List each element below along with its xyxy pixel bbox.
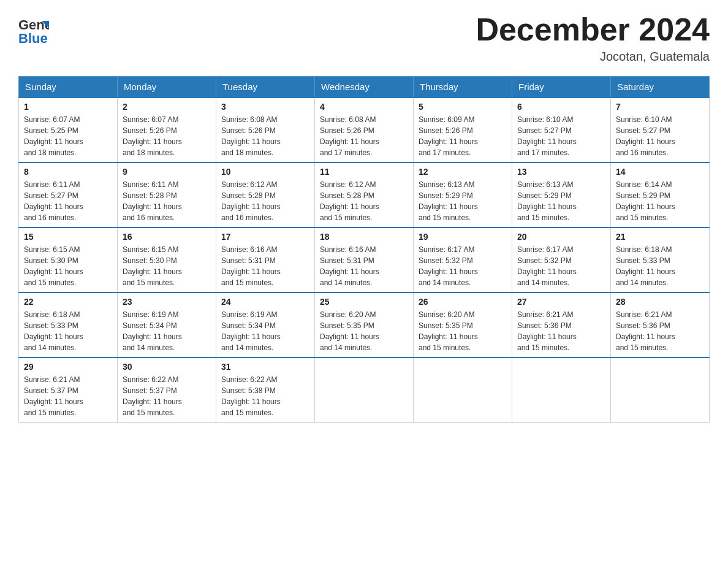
day-number: 12 (419, 167, 507, 177)
header-saturday: Saturday (611, 77, 710, 98)
table-row: 10Sunrise: 6:12 AMSunset: 5:28 PMDayligh… (216, 163, 315, 228)
day-info: Sunrise: 6:19 AMSunset: 5:34 PMDaylight:… (123, 309, 211, 353)
day-info: Sunrise: 6:12 AMSunset: 5:28 PMDaylight:… (320, 179, 408, 223)
day-number: 3 (221, 102, 309, 112)
week-row-1: 1Sunrise: 6:07 AMSunset: 5:25 PMDaylight… (19, 98, 710, 163)
day-info: Sunrise: 6:16 AMSunset: 5:31 PMDaylight:… (221, 244, 309, 288)
day-info: Sunrise: 6:09 AMSunset: 5:26 PMDaylight:… (419, 114, 507, 158)
day-number: 15 (24, 232, 112, 242)
day-number: 31 (221, 362, 309, 372)
header-monday: Monday (118, 77, 216, 98)
table-row: 3Sunrise: 6:08 AMSunset: 5:26 PMDaylight… (216, 98, 315, 163)
day-number: 25 (320, 297, 408, 307)
day-info: Sunrise: 6:21 AMSunset: 5:36 PMDaylight:… (616, 309, 704, 353)
day-number: 21 (616, 232, 704, 242)
week-row-5: 29Sunrise: 6:21 AMSunset: 5:37 PMDayligh… (19, 358, 710, 423)
day-info: Sunrise: 6:11 AMSunset: 5:28 PMDaylight:… (123, 179, 211, 223)
day-info: Sunrise: 6:11 AMSunset: 5:27 PMDaylight:… (24, 179, 112, 223)
table-row (315, 358, 414, 423)
table-row: 31Sunrise: 6:22 AMSunset: 5:38 PMDayligh… (216, 358, 315, 423)
day-info: Sunrise: 6:22 AMSunset: 5:38 PMDaylight:… (221, 374, 309, 418)
day-info: Sunrise: 6:21 AMSunset: 5:37 PMDaylight:… (24, 374, 112, 418)
table-row: 16Sunrise: 6:15 AMSunset: 5:30 PMDayligh… (118, 228, 216, 293)
day-info: Sunrise: 6:16 AMSunset: 5:31 PMDaylight:… (320, 244, 408, 288)
logo-icon: General Blue (18, 12, 49, 46)
day-info: Sunrise: 6:15 AMSunset: 5:30 PMDaylight:… (24, 244, 112, 288)
day-info: Sunrise: 6:10 AMSunset: 5:27 PMDaylight:… (517, 114, 605, 158)
header-thursday: Thursday (414, 77, 512, 98)
table-row: 21Sunrise: 6:18 AMSunset: 5:33 PMDayligh… (611, 228, 710, 293)
month-title: December 2024 (476, 12, 710, 47)
day-number: 30 (123, 362, 211, 372)
day-number: 17 (221, 232, 309, 242)
day-info: Sunrise: 6:07 AMSunset: 5:26 PMDaylight:… (123, 114, 211, 158)
table-row: 24Sunrise: 6:19 AMSunset: 5:34 PMDayligh… (216, 293, 315, 358)
table-row: 5Sunrise: 6:09 AMSunset: 5:26 PMDaylight… (414, 98, 512, 163)
day-number: 14 (616, 167, 704, 177)
day-number: 9 (123, 167, 211, 177)
day-number: 23 (123, 297, 211, 307)
day-number: 16 (123, 232, 211, 242)
table-row: 30Sunrise: 6:22 AMSunset: 5:37 PMDayligh… (118, 358, 216, 423)
calendar-table: Sunday Monday Tuesday Wednesday Thursday… (18, 76, 710, 423)
table-row: 18Sunrise: 6:16 AMSunset: 5:31 PMDayligh… (315, 228, 414, 293)
table-row (512, 358, 611, 423)
week-row-4: 22Sunrise: 6:18 AMSunset: 5:33 PMDayligh… (19, 293, 710, 358)
day-info: Sunrise: 6:13 AMSunset: 5:29 PMDaylight:… (419, 179, 507, 223)
header-wednesday: Wednesday (315, 77, 414, 98)
day-number: 26 (419, 297, 507, 307)
week-row-2: 8Sunrise: 6:11 AMSunset: 5:27 PMDaylight… (19, 163, 710, 228)
day-number: 19 (419, 232, 507, 242)
table-row: 1Sunrise: 6:07 AMSunset: 5:25 PMDaylight… (19, 98, 118, 163)
header-row: Sunday Monday Tuesday Wednesday Thursday… (19, 77, 710, 98)
day-number: 11 (320, 167, 408, 177)
day-info: Sunrise: 6:19 AMSunset: 5:34 PMDaylight:… (221, 309, 309, 353)
day-info: Sunrise: 6:08 AMSunset: 5:26 PMDaylight:… (221, 114, 309, 158)
table-row: 15Sunrise: 6:15 AMSunset: 5:30 PMDayligh… (19, 228, 118, 293)
day-number: 20 (517, 232, 605, 242)
table-row: 4Sunrise: 6:08 AMSunset: 5:26 PMDaylight… (315, 98, 414, 163)
day-number: 29 (24, 362, 112, 372)
table-row: 25Sunrise: 6:20 AMSunset: 5:35 PMDayligh… (315, 293, 414, 358)
table-row: 2Sunrise: 6:07 AMSunset: 5:26 PMDaylight… (118, 98, 216, 163)
day-info: Sunrise: 6:21 AMSunset: 5:36 PMDaylight:… (517, 309, 605, 353)
day-number: 6 (517, 102, 605, 112)
day-number: 24 (221, 297, 309, 307)
day-info: Sunrise: 6:20 AMSunset: 5:35 PMDaylight:… (320, 309, 408, 353)
table-row: 12Sunrise: 6:13 AMSunset: 5:29 PMDayligh… (414, 163, 512, 228)
day-info: Sunrise: 6:10 AMSunset: 5:27 PMDaylight:… (616, 114, 704, 158)
table-row: 6Sunrise: 6:10 AMSunset: 5:27 PMDaylight… (512, 98, 611, 163)
day-info: Sunrise: 6:15 AMSunset: 5:30 PMDaylight:… (123, 244, 211, 288)
day-number: 7 (616, 102, 704, 112)
table-row: 13Sunrise: 6:13 AMSunset: 5:29 PMDayligh… (512, 163, 611, 228)
header-friday: Friday (512, 77, 611, 98)
day-info: Sunrise: 6:18 AMSunset: 5:33 PMDaylight:… (24, 309, 112, 353)
table-row (414, 358, 512, 423)
table-row: 17Sunrise: 6:16 AMSunset: 5:31 PMDayligh… (216, 228, 315, 293)
week-row-3: 15Sunrise: 6:15 AMSunset: 5:30 PMDayligh… (19, 228, 710, 293)
table-row: 20Sunrise: 6:17 AMSunset: 5:32 PMDayligh… (512, 228, 611, 293)
day-info: Sunrise: 6:17 AMSunset: 5:32 PMDaylight:… (517, 244, 605, 288)
table-row: 29Sunrise: 6:21 AMSunset: 5:37 PMDayligh… (19, 358, 118, 423)
day-number: 27 (517, 297, 605, 307)
table-row: 7Sunrise: 6:10 AMSunset: 5:27 PMDaylight… (611, 98, 710, 163)
table-row: 8Sunrise: 6:11 AMSunset: 5:27 PMDaylight… (19, 163, 118, 228)
table-row: 19Sunrise: 6:17 AMSunset: 5:32 PMDayligh… (414, 228, 512, 293)
day-number: 5 (419, 102, 507, 112)
day-info: Sunrise: 6:17 AMSunset: 5:32 PMDaylight:… (419, 244, 507, 288)
day-info: Sunrise: 6:14 AMSunset: 5:29 PMDaylight:… (616, 179, 704, 223)
day-info: Sunrise: 6:07 AMSunset: 5:25 PMDaylight:… (24, 114, 112, 158)
header-sunday: Sunday (19, 77, 118, 98)
table-row: 14Sunrise: 6:14 AMSunset: 5:29 PMDayligh… (611, 163, 710, 228)
day-info: Sunrise: 6:18 AMSunset: 5:33 PMDaylight:… (616, 244, 704, 288)
table-row: 27Sunrise: 6:21 AMSunset: 5:36 PMDayligh… (512, 293, 611, 358)
day-info: Sunrise: 6:13 AMSunset: 5:29 PMDaylight:… (517, 179, 605, 223)
day-number: 18 (320, 232, 408, 242)
day-number: 28 (616, 297, 704, 307)
day-number: 4 (320, 102, 408, 112)
svg-text:Blue: Blue (18, 31, 48, 46)
table-row: 23Sunrise: 6:19 AMSunset: 5:34 PMDayligh… (118, 293, 216, 358)
day-number: 1 (24, 102, 112, 112)
day-number: 2 (123, 102, 211, 112)
day-number: 22 (24, 297, 112, 307)
